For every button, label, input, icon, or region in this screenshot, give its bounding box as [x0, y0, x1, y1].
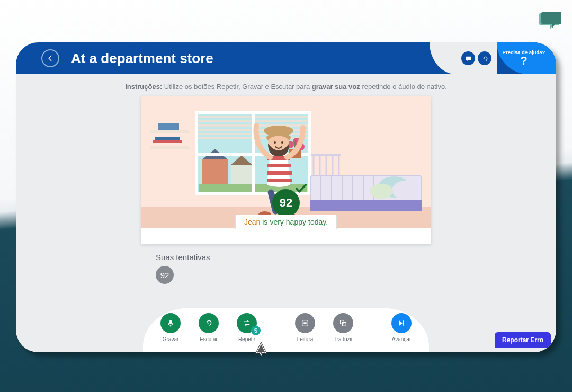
svg-marker-64	[399, 320, 403, 325]
report-error-button[interactable]: Reportar Erro	[495, 332, 551, 348]
book-icon	[301, 319, 309, 327]
svg-rect-57	[169, 320, 172, 324]
attempt-chip[interactable]: 92	[156, 266, 174, 284]
action-dock: Gravar Escutar S Repetir Leitura	[143, 308, 429, 352]
illustration-card: 92 Jean is very happy today.	[141, 96, 431, 244]
leitura-button[interactable]: Leitura	[290, 313, 320, 352]
back-button[interactable]	[41, 49, 59, 67]
sentence-word: is	[262, 218, 267, 226]
repeat-icon	[243, 319, 251, 327]
repetir-badge: S	[251, 326, 261, 335]
sentence-word: today.	[308, 218, 328, 226]
checkmark-icon	[296, 184, 307, 195]
svg-rect-19	[231, 165, 252, 185]
ear-icon	[481, 55, 488, 62]
gravar-button[interactable]: Gravar	[156, 313, 185, 352]
chat-widget-icon[interactable]	[539, 11, 562, 32]
sentence-box: Jean is very happy today.	[235, 215, 337, 229]
svg-point-43	[392, 181, 419, 200]
gravar-label: Gravar	[163, 336, 179, 342]
ear-icon	[204, 319, 213, 327]
svg-rect-52	[267, 179, 292, 182]
svg-point-54	[264, 126, 293, 136]
page-title: At a department store	[71, 50, 213, 67]
speech-bubble-icon	[465, 55, 472, 62]
sentence-word: Jean	[244, 218, 260, 226]
help-button[interactable]: Precisa de ajuda? ?	[497, 42, 556, 74]
header-chat-button[interactable]	[461, 51, 475, 65]
traduzir-label: Traduzir	[334, 336, 353, 342]
repetir-label: Repetir	[238, 336, 255, 342]
svg-rect-7	[153, 140, 182, 143]
svg-point-44	[370, 184, 393, 199]
attempts-label: Suas tentativas	[156, 253, 556, 262]
svg-rect-50	[267, 164, 291, 167]
header-bar: At a department store Precisa de ajuda? …	[16, 42, 556, 74]
microphone-icon	[166, 319, 175, 327]
leitura-label: Leitura	[297, 336, 314, 342]
question-mark-icon: ?	[520, 54, 527, 68]
traduzir-button[interactable]: Traduzir	[328, 313, 358, 352]
svg-rect-65	[403, 320, 404, 325]
svg-point-58	[208, 323, 209, 324]
cursor-icon	[254, 341, 268, 359]
escutar-button[interactable]: Escutar	[194, 313, 224, 352]
svg-rect-41	[311, 154, 341, 156]
translate-icon	[339, 319, 347, 327]
score-badge: 92	[272, 189, 300, 217]
next-icon	[397, 319, 406, 327]
avancar-button[interactable]: Avançar	[387, 313, 416, 352]
svg-rect-51	[267, 171, 292, 175]
svg-rect-4	[150, 130, 189, 133]
app-frame: At a department store Precisa de ajuda? …	[16, 42, 556, 352]
instructions-text: Instruções: Utilize os botões Repetir, G…	[16, 83, 556, 91]
svg-rect-35	[310, 200, 422, 211]
svg-rect-17	[202, 159, 228, 185]
svg-point-1	[484, 58, 485, 59]
escutar-label: Escutar	[200, 336, 218, 342]
svg-rect-8	[155, 137, 180, 140]
svg-point-56	[281, 141, 283, 144]
sentence-word: very	[270, 218, 283, 226]
arrow-left-icon	[47, 55, 54, 62]
header-right: Precisa de ajuda? ?	[430, 42, 556, 74]
svg-rect-5	[150, 146, 189, 149]
svg-rect-6	[158, 123, 179, 130]
svg-rect-0	[466, 56, 471, 60]
avancar-label: Avançar	[392, 336, 412, 342]
sentence-word: happy	[286, 218, 306, 226]
header-audio-button[interactable]	[478, 51, 491, 65]
svg-point-55	[274, 141, 276, 144]
